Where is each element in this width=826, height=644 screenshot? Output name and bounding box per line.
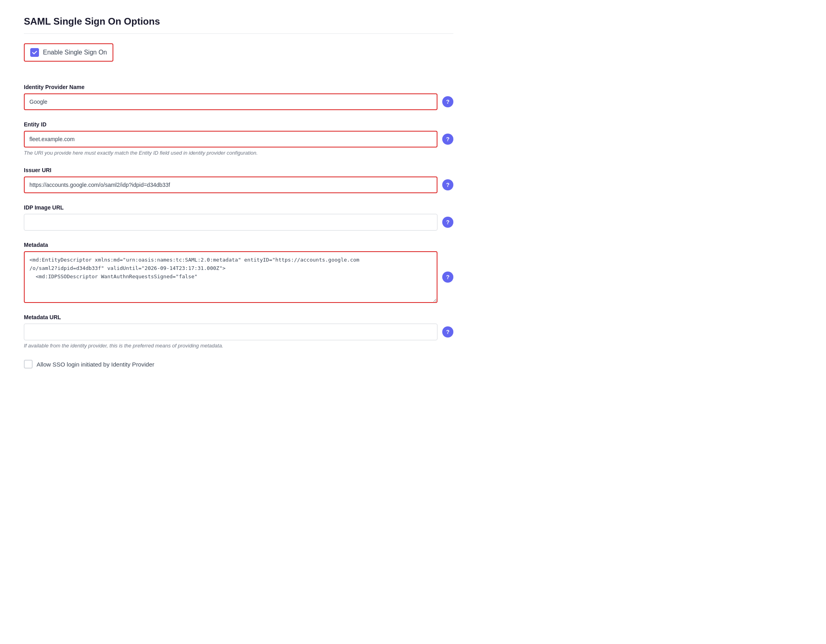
metadata-url-section: Metadata URL ? If available from the ide… [24,314,453,349]
issuer-uri-section: Issuer URI ? [24,167,453,193]
metadata-url-row: ? [24,324,453,340]
metadata-row: <md:EntityDescriptor xmlns:md="urn:oasis… [24,251,453,303]
allow-sso-label: Allow SSO login initiated by Identity Pr… [37,361,154,368]
entity-id-help-icon[interactable]: ? [442,134,453,145]
entity-id-section: Entity ID ? The URI you provide here mus… [24,121,453,156]
enable-sso-checkbox-row[interactable]: Enable Single Sign On [24,43,113,62]
enable-sso-label: Enable Single Sign On [43,49,107,56]
entity-id-input[interactable] [24,131,437,147]
entity-id-row: ? [24,131,453,147]
enable-sso-section: Enable Single Sign On [24,43,453,73]
issuer-uri-help-icon[interactable]: ? [442,179,453,190]
identity-provider-name-section: Identity Provider Name ? [24,84,453,110]
issuer-uri-input[interactable] [24,177,437,193]
idp-image-url-row: ? [24,214,453,231]
metadata-url-hint: If available from the identity provider,… [24,343,453,349]
entity-id-label: Entity ID [24,121,453,128]
metadata-url-label: Metadata URL [24,314,453,320]
idp-image-url-label: IDP Image URL [24,204,453,211]
metadata-section: Metadata <md:EntityDescriptor xmlns:md="… [24,242,453,303]
idp-image-url-section: IDP Image URL ? [24,204,453,231]
issuer-uri-row: ? [24,177,453,193]
metadata-url-help-icon[interactable]: ? [442,326,453,338]
entity-id-hint: The URI you provide here must exactly ma… [24,150,453,156]
page-title: SAML Single Sign On Options [24,16,453,34]
allow-sso-section: Allow SSO login initiated by Identity Pr… [24,360,453,369]
identity-provider-name-label: Identity Provider Name [24,84,453,90]
identity-provider-name-help-icon[interactable]: ? [442,96,453,107]
idp-image-url-input[interactable] [24,214,437,231]
metadata-label: Metadata [24,242,453,248]
identity-provider-name-row: ? [24,93,453,110]
issuer-uri-label: Issuer URI [24,167,453,173]
idp-image-url-help-icon[interactable]: ? [442,217,453,228]
enable-sso-checkbox[interactable] [30,48,39,57]
allow-sso-checkbox[interactable] [24,360,33,369]
metadata-url-input[interactable] [24,324,437,340]
allow-sso-row: Allow SSO login initiated by Identity Pr… [24,360,453,369]
metadata-help-icon[interactable]: ? [442,272,453,283]
metadata-textarea[interactable]: <md:EntityDescriptor xmlns:md="urn:oasis… [24,251,437,303]
identity-provider-name-input[interactable] [24,93,437,110]
